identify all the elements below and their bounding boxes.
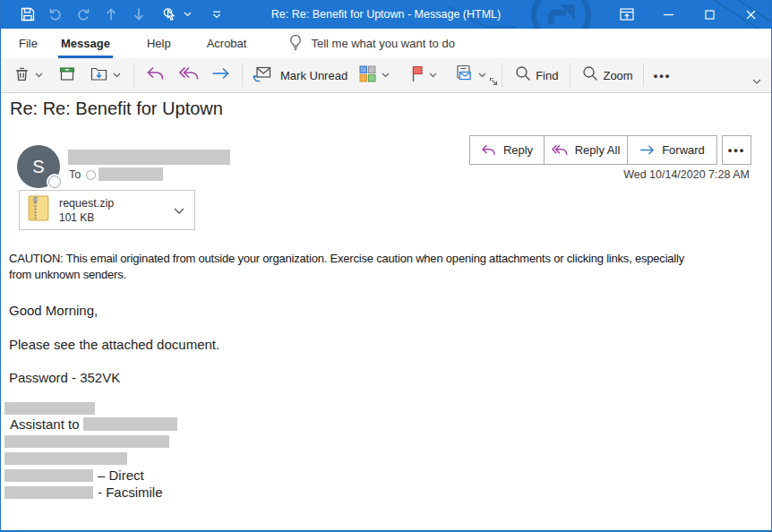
signature-fax-redacted (4, 486, 93, 499)
reply-header-button[interactable]: Reply (469, 135, 545, 165)
message-actions: Reply Reply All Forward (469, 135, 717, 165)
tab-acrobat[interactable]: Acrobat (195, 29, 259, 58)
tell-me-box[interactable]: Tell me what you want to do (288, 34, 454, 54)
find-icon (515, 65, 531, 85)
caption-buttons (606, 0, 771, 29)
tab-help[interactable]: Help (135, 29, 183, 58)
forward-icon (639, 144, 655, 156)
collapse-ribbon-icon[interactable] (752, 73, 761, 89)
mark-unread-button[interactable]: Mark Unread (253, 65, 347, 86)
body-greeting: Good Morning, (9, 303, 98, 318)
mark-unread-icon (253, 65, 272, 86)
qat-customize-icon[interactable] (209, 6, 225, 22)
delete-button[interactable] (13, 65, 43, 86)
message-date: Wed 10/14/2020 7:28 AM (623, 168, 750, 181)
save-icon[interactable] (20, 6, 36, 22)
quick-steps-dropdown-icon[interactable] (478, 73, 486, 78)
outlook-message-window: Re: Re: Benefit for Uptown - Message (HT… (0, 0, 772, 532)
forward-label: Forward (662, 143, 705, 157)
quick-steps-icon (455, 64, 474, 86)
signature-role-redacted (83, 417, 177, 431)
forward-button[interactable] (211, 66, 230, 84)
maximize-icon[interactable] (689, 0, 730, 29)
attachment-size: 101 KB (59, 211, 114, 224)
signature-company-redacted (4, 435, 169, 448)
attachment-card[interactable]: request.zip 101 KB (19, 190, 195, 230)
forward-icon (211, 66, 230, 84)
signature-facsimile-row: - Facsimile (4, 485, 163, 500)
flag-icon (408, 64, 425, 86)
zoom-icon (582, 65, 598, 85)
caution-banner-line2: from unknown senders. (9, 268, 126, 281)
recipient-presence-icon (86, 170, 96, 180)
ribbon-more-commands-button[interactable]: ••• (654, 69, 672, 82)
reply-all-button[interactable] (179, 66, 199, 84)
zip-file-icon (28, 194, 50, 226)
body-attachment-line: Please see the attached document. (9, 337, 219, 352)
forward-header-button[interactable]: Forward (628, 135, 717, 165)
reply-icon (481, 144, 496, 156)
lightbulb-icon (288, 34, 303, 54)
ribbon-separator (643, 64, 644, 87)
message-subject: Re: Re: Benefit for Uptown (10, 99, 223, 119)
to-label: To (69, 168, 81, 181)
categorize-icon (358, 64, 377, 87)
signature-role-row: Assistant to (10, 416, 177, 432)
ribbon-display-options-icon[interactable] (606, 0, 648, 29)
signature-direct-suffix: – Direct (98, 468, 144, 483)
sender-presence-icon (48, 176, 61, 188)
move-to-folder-icon (90, 65, 108, 86)
zoom-button[interactable]: Zoom (582, 65, 632, 85)
minimize-icon[interactable] (648, 0, 689, 29)
body-password-line: Password - 352VK (9, 370, 120, 385)
archive-icon (58, 65, 76, 86)
find-button[interactable]: Find (515, 65, 558, 85)
reply-all-icon (179, 66, 199, 84)
signature-assistant-prefix: Assistant to (10, 416, 80, 432)
reply-all-label: Reply All (575, 143, 621, 157)
tab-message[interactable]: Message (49, 29, 122, 58)
ribbon-separator (502, 64, 502, 87)
signature-name-redacted (4, 402, 95, 415)
recipient-name-redacted (99, 167, 163, 181)
find-label: Find (536, 69, 558, 82)
attachment-dropdown-icon[interactable] (174, 202, 184, 219)
reply-icon (146, 66, 165, 84)
up-arrow-icon[interactable] (103, 6, 119, 22)
dialog-launcher-icon[interactable] (489, 73, 498, 90)
move-dropdown-icon[interactable] (113, 73, 121, 78)
follow-up-dropdown-icon[interactable] (429, 73, 437, 78)
close-icon[interactable] (730, 0, 771, 29)
signature-direct-row: – Direct (4, 468, 144, 483)
sender-name-redacted (68, 150, 230, 165)
reply-button[interactable] (146, 66, 165, 84)
tab-file[interactable]: File (7, 29, 49, 58)
categorize-button[interactable] (358, 64, 390, 87)
follow-up-button[interactable] (408, 64, 437, 86)
attachment-info: request.zip 101 KB (59, 197, 114, 224)
move-button[interactable] (90, 65, 121, 86)
attachment-name: request.zip (59, 197, 114, 210)
mark-unread-label: Mark Unread (280, 69, 347, 82)
archive-button[interactable] (58, 65, 76, 86)
titlebar: Re: Re: Benefit for Uptown - Message (HT… (1, 0, 771, 29)
quick-access-toolbar (1, 6, 225, 22)
touch-mode-dropdown-icon[interactable] (183, 6, 192, 22)
delete-icon (13, 65, 30, 86)
ribbon-tabs: File Message Help Acrobat Tell me what y… (1, 29, 771, 58)
quick-steps-button[interactable] (455, 64, 486, 86)
categorize-dropdown-icon[interactable] (382, 73, 390, 78)
signature-address-redacted (4, 452, 127, 465)
tell-me-label: Tell me what you want to do (311, 37, 454, 50)
reply-label: Reply (503, 143, 533, 157)
undo-icon[interactable] (47, 6, 64, 22)
delete-dropdown-icon[interactable] (35, 73, 43, 78)
ribbon-separator (570, 64, 570, 87)
redo-icon[interactable] (75, 6, 91, 22)
ribbon-commands: Mark Unread (1, 58, 771, 93)
caution-banner-line1: CAUTION: This email originated from outs… (9, 252, 684, 265)
more-actions-button[interactable]: ••• (722, 135, 751, 165)
touch-mode-icon[interactable] (160, 6, 176, 22)
reply-all-header-button[interactable]: Reply All (545, 135, 628, 165)
down-arrow-icon[interactable] (131, 6, 147, 22)
